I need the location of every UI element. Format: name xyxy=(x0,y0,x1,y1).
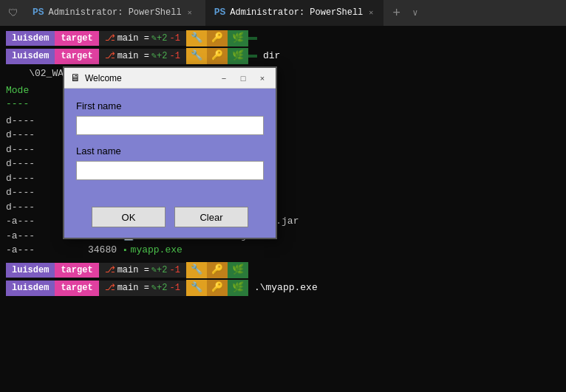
mode-surefire: d---- xyxy=(6,185,58,200)
dialog-app-icon: 🖥 xyxy=(70,72,81,84)
bottom-prompt-row-2: luisdem target ⎇main = ✎+2 -1 🔧 🔑 🌿 .\my… xyxy=(6,280,560,296)
tab-chevron[interactable]: ∨ xyxy=(409,7,420,18)
bottom-git-1: ⎇main = ✎+2 -1 xyxy=(99,263,186,278)
tab-2-label: Administrator: PowerShell xyxy=(230,7,363,18)
bottom-leaf-2: 🌿 xyxy=(228,280,248,296)
leaf-segment-1: 🌿 xyxy=(228,30,248,47)
bottom-target-2: target xyxy=(55,281,98,296)
tab-ps-2[interactable]: PS Administrator: PowerShell ✕ xyxy=(205,0,384,26)
mode-maven-status: d---- xyxy=(6,171,58,186)
tab-ps-1[interactable]: PS Administrator: PowerShell ✕ xyxy=(24,0,202,26)
target-segment-2: target xyxy=(55,49,98,64)
tools-segment-1: 🔧 xyxy=(186,30,207,47)
user-segment-1: luisdem xyxy=(6,31,55,47)
name-exe: myapp.exe xyxy=(131,243,183,258)
last-name-label: Last name xyxy=(76,145,264,157)
last-name-input[interactable] xyxy=(76,161,264,180)
mode-jar: -a--- xyxy=(6,229,58,244)
bottom-target-1: target xyxy=(55,263,98,278)
prompt-cmd: dir xyxy=(263,49,280,63)
dialog-footer: OK Clear xyxy=(64,199,276,238)
dialog-minimize-button[interactable]: − xyxy=(216,72,231,85)
new-tab-button[interactable]: + xyxy=(386,6,406,21)
mode-shaded-jar: -a--- xyxy=(6,214,58,229)
clear-button[interactable]: Clear xyxy=(174,207,248,227)
mode-maven-arch: d---- xyxy=(6,157,58,171)
user-segment-2: luisdem xyxy=(6,49,55,64)
dialog-close-button[interactable]: × xyxy=(255,72,270,85)
first-name-input[interactable] xyxy=(76,116,264,135)
ok-button[interactable]: OK xyxy=(92,207,166,227)
title-bar: 🛡 PS Administrator: PowerShell ✕ PS Admi… xyxy=(0,0,566,26)
welcome-dialog: 🖥 Welcome − □ × First name Last name OK … xyxy=(63,66,277,239)
leaf2-segment-1 xyxy=(248,37,257,40)
icon-exe: ▪ xyxy=(123,244,128,257)
prompt-row-1: luisdem target ⎇main = ✎+2 -1 🔧 🔑 🌿 xyxy=(6,30,560,47)
length-exe: 34680 xyxy=(58,243,117,258)
git-segment-1: ⎇main = ✎+2 -1 xyxy=(99,31,186,47)
bottom-user-1: luisdem xyxy=(6,263,55,278)
bottom-prompt-row-1: luisdem target ⎇main = ✎+2 -1 🔧 🔑 🌿 xyxy=(6,262,560,278)
bottom-tools-2: 🔧 xyxy=(186,280,207,296)
bottom-user-2: luisdem xyxy=(6,281,55,296)
git-segment-2: ⎇main = ✎+2 -1 xyxy=(99,49,186,64)
bottom-tools2-1: 🔑 xyxy=(207,262,228,278)
mode-exe: -a--- xyxy=(6,243,58,258)
mode-gen-test-src: d---- xyxy=(6,142,58,157)
mode-gen-src: d---- xyxy=(6,128,58,142)
dialog-title: Welcome xyxy=(85,73,212,83)
mode-test-classes: d---- xyxy=(6,200,58,215)
tools-segment-2: 🔧 xyxy=(186,48,207,64)
dialog-maximize-button[interactable]: □ xyxy=(236,72,250,85)
bottom-cmd: .\myapp.exe xyxy=(254,281,318,295)
first-name-label: First name xyxy=(76,100,264,111)
bottom-tools2-2: 🔑 xyxy=(207,280,228,296)
shield-icon: 🛡 xyxy=(6,6,21,21)
bottom-tools-1: 🔧 xyxy=(186,262,207,278)
file-row-exe: -a--- 34680 ▪ myapp.exe xyxy=(6,243,560,258)
prompt-row-2: luisdem target ⎇main = ✎+2 -1 🔧 🔑 🌿 dir xyxy=(6,48,560,64)
mode-classes: d---- xyxy=(6,114,58,128)
tools2-segment-2: 🔑 xyxy=(207,48,228,64)
col-header-mode: Mode xyxy=(6,84,58,97)
ps-icon-1: PS xyxy=(33,7,44,18)
bottom-leaf-1: 🌿 xyxy=(228,262,248,278)
ps-icon-2: PS xyxy=(214,7,226,18)
col-underline-mode: ---- xyxy=(6,97,58,111)
tools2-segment-1: 🔑 xyxy=(207,30,228,47)
bottom-prompts: luisdem target ⎇main = ✎+2 -1 🔧 🔑 🌿 luis… xyxy=(6,262,560,296)
leaf-segment-2: 🌿 xyxy=(228,48,248,64)
tab-2-close[interactable]: ✕ xyxy=(367,7,375,18)
leaf2-segment-2 xyxy=(248,55,257,58)
tab-1-label: Administrator: PowerShell xyxy=(49,7,182,18)
target-segment-1: target xyxy=(55,31,98,47)
dialog-content: First name Last name xyxy=(64,89,276,199)
dialog-titlebar: 🖥 Welcome − □ × xyxy=(64,68,276,89)
tab-1-close[interactable]: ✕ xyxy=(186,7,194,18)
bottom-git-2: ⎇main = ✎+2 -1 xyxy=(99,281,186,296)
